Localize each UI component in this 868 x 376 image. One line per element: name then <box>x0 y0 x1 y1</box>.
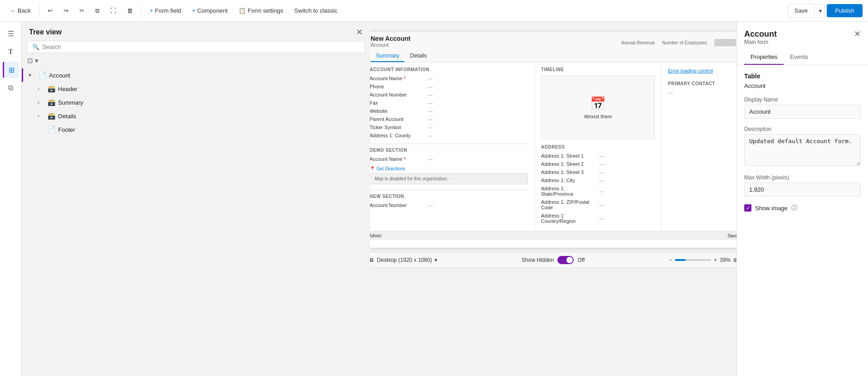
tree-header: Tree view ✕ <box>22 22 370 41</box>
form-tabs: Summary Details <box>371 50 736 62</box>
show-image-label: Show image <box>755 205 788 212</box>
rp-subtitle: Main form <box>744 39 861 45</box>
almost-there-text: Almost there <box>584 114 612 119</box>
tree-close-button[interactable]: ✕ <box>356 27 363 37</box>
expand-header-icon: › <box>38 86 45 92</box>
rp-tab-events[interactable]: Events <box>784 50 814 65</box>
footer-save-label: Save <box>727 233 736 238</box>
form-title: New Account <box>371 35 410 42</box>
filter-button[interactable]: ⊡ ▾ <box>27 57 39 65</box>
field-city: Address 1: City — <box>541 178 655 183</box>
show-image-info-icon[interactable]: ⓘ <box>791 204 797 212</box>
toggle-state-label: Off <box>577 257 585 263</box>
expand-icon: ⛶ <box>110 7 116 14</box>
zoom-slider[interactable] <box>675 259 711 261</box>
form-settings-button[interactable]: 📋 Form settings <box>234 5 288 17</box>
tree-panel: Tree view ✕ 🔍 ⊡ ▾ ▾ 📄 Account › 🗃️ <box>22 22 370 376</box>
right-panel-header: Account ✕ Main form Properties Events <box>737 22 868 65</box>
rp-close-button[interactable]: ✕ <box>854 29 861 39</box>
field-ticker: Ticker Symbol — <box>370 125 528 130</box>
sidebar-icon-grid[interactable]: ⧉ <box>3 80 19 96</box>
tree-item-summary[interactable]: › 🗃️ Summary <box>22 96 370 109</box>
switch-classic-button[interactable]: Switch to classic <box>290 5 342 17</box>
delete-icon: 🗑 <box>127 7 133 14</box>
tree-item-account[interactable]: ▾ 📄 Account <box>22 68 370 82</box>
show-hidden-toggle[interactable] <box>557 256 574 264</box>
cut-button[interactable]: ✂ <box>75 5 89 17</box>
rp-tab-properties[interactable]: Properties <box>744 50 784 65</box>
get-directions-link[interactable]: 📍 Get Directions <box>370 166 528 171</box>
undo-button[interactable]: ↩ <box>43 5 57 17</box>
sidebar-icon-layers[interactable]: ⊞ <box>3 62 19 78</box>
field-account-name: Account Name * — <box>370 76 528 81</box>
back-label: Back <box>18 7 31 14</box>
field-street2: Address 1: Street 2 — <box>541 161 655 167</box>
form-tab-summary[interactable]: Summary <box>371 50 405 62</box>
tree-item-summary-label: Summary <box>58 99 83 106</box>
chevron-down-icon: ▾ <box>434 257 437 263</box>
form-left-col: ACCOUNT INFORMATION Account Name * — Pho… <box>370 63 535 231</box>
undo-icon: ↩ <box>48 7 53 14</box>
field-state: Address 1: State/Province — <box>541 186 655 197</box>
search-box: 🔍 <box>27 41 365 53</box>
rp-table-value: Account <box>744 82 861 89</box>
rp-display-name-label: Display Name <box>744 96 861 103</box>
tree-item-footer[interactable]: › 📄 Footer <box>22 123 370 136</box>
canvas-footer: 🖥 Desktop (1920 x 1080) ▾ Show Hidden Of… <box>370 252 736 268</box>
form-field-button[interactable]: + Form field <box>145 5 185 17</box>
save-button[interactable]: Save <box>788 4 815 18</box>
address-section-title: ADDRESS <box>541 145 655 149</box>
back-button[interactable]: ← Back <box>5 5 35 17</box>
filter-icon: ⊡ <box>27 57 33 65</box>
toolbar: ← Back ↩ ↪ ✂ ⧉ ⛶ 🗑 + Form field + Compon… <box>0 0 868 22</box>
delete-button[interactable]: 🗑 <box>122 5 137 17</box>
sidebar-icon-menu[interactable]: ☰ <box>3 25 19 42</box>
expand-button[interactable]: ⛶ <box>106 5 121 17</box>
rp-description-textarea[interactable]: Updated default Account form. <box>744 134 861 166</box>
field-parent-account: Parent Account — <box>370 116 528 122</box>
rp-max-width-label: Max Width (pixels) <box>744 174 861 181</box>
error-loading-control[interactable]: Error loading control <box>668 68 713 73</box>
save-dropdown-button[interactable]: ▾ <box>816 4 825 18</box>
form-tab-details[interactable]: Details <box>405 50 432 62</box>
header-control-employees: Number of Employees <box>662 40 707 45</box>
account-info-section-title: ACCOUNT INFORMATION <box>370 67 528 72</box>
field-demo-account-name: Account Name * — <box>370 156 528 162</box>
address-section: ADDRESS Address 1: Street 1 — Address 1:… <box>541 145 655 224</box>
filter-row: ⊡ ▾ <box>22 57 370 68</box>
field-fax: Fax — <box>370 100 528 106</box>
header-folder-icon: 🗃️ <box>48 85 55 92</box>
publish-button[interactable]: Publish <box>827 4 863 17</box>
map-section: 📍 Get Directions Map is disabled for thi… <box>370 166 528 184</box>
zoom-row: − + 39% ⊞ <box>669 257 736 263</box>
sidebar-icon-text[interactable]: 𝐓 <box>3 43 19 60</box>
rp-display-name-input[interactable] <box>744 105 861 119</box>
zoom-plus-icon[interactable]: + <box>714 257 717 263</box>
timeline-box: 📅 Almost there <box>541 76 655 139</box>
toolbar-right: Save ▾ Publish <box>788 4 863 18</box>
tree-item-header[interactable]: › 🗃️ Header <box>22 82 370 96</box>
copy-icon: ⧉ <box>95 7 99 14</box>
zoom-minus-icon[interactable]: − <box>669 257 672 263</box>
account-file-icon: 📄 <box>39 72 46 79</box>
monitor-icon: 🖥 <box>370 257 374 263</box>
form-right-col: Error loading control Primary Contact — <box>662 63 736 231</box>
back-icon: ← <box>10 7 16 14</box>
timeline-icon: 📅 <box>590 96 606 111</box>
rp-description-label: Description <box>744 126 861 132</box>
show-image-checkbox[interactable]: ✓ <box>744 204 751 212</box>
redo-button[interactable]: ↪ <box>59 5 73 17</box>
rp-max-width-input[interactable] <box>744 183 861 197</box>
search-input[interactable] <box>42 43 360 50</box>
demo-section-title: Demo Section <box>370 148 528 153</box>
copy-button[interactable]: ⧉ <box>91 5 104 17</box>
primary-contact-value: — <box>668 90 736 95</box>
form-settings-label: Form settings <box>248 7 283 14</box>
fit-icon[interactable]: ⊞ <box>733 257 736 263</box>
show-hidden-label: Show Hidden <box>522 257 554 263</box>
tree-item-details[interactable]: › 🗃️ Details <box>22 109 370 123</box>
desktop-selector[interactable]: 🖥 Desktop (1920 x 1080) ▾ <box>370 257 437 263</box>
field-address-county: Address 1: County — <box>370 133 528 138</box>
component-button[interactable]: + Component <box>187 5 232 17</box>
divider-1 <box>39 5 39 17</box>
